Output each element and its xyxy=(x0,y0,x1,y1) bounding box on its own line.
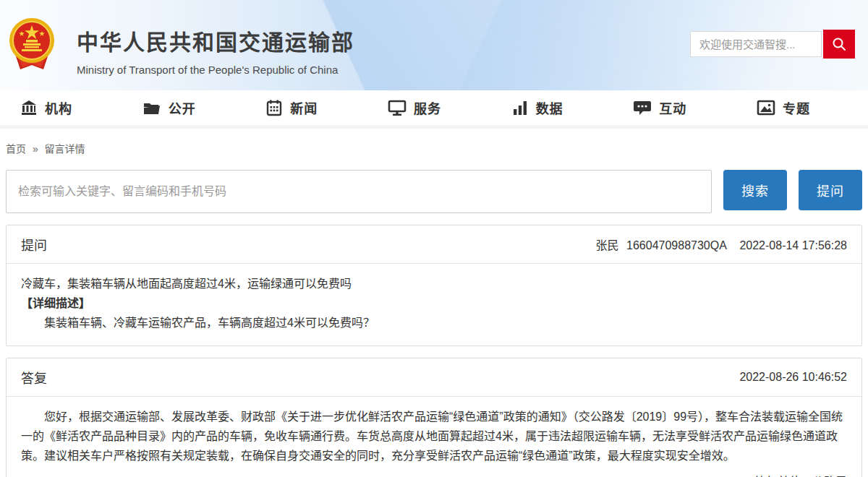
question-timestamp: 2022-08-14 17:56:28 xyxy=(739,239,847,252)
question-title: 提问 xyxy=(21,235,47,254)
nav-label: 服务 xyxy=(414,98,441,117)
nav-item-fuwu[interactable]: 服务 xyxy=(388,98,441,117)
bar-chart-icon xyxy=(511,99,529,116)
page: 中华人民共和国交通运输部 Ministry of Transport of th… xyxy=(0,0,868,477)
question-summary: 冷藏车，集装箱车辆从地面起高度超过4米，运输绿通可以免费吗 xyxy=(21,274,847,293)
nav-item-zhuanti[interactable]: 专题 xyxy=(757,98,810,117)
ask-question-button[interactable]: 提问 xyxy=(799,170,862,210)
breadcrumb: 首页 » 留言详情 xyxy=(6,141,862,155)
search-button[interactable]: 搜索 xyxy=(723,170,787,210)
main-nav: 机构 公开 新闻 xyxy=(0,90,868,129)
site-title: 中华人民共和国交通运输部 xyxy=(77,25,354,56)
question-body: 冷藏车，集装箱车辆从地面起高度超过4米，运输绿通可以免费吗 【详细描述】 集装箱… xyxy=(7,264,861,345)
breadcrumb-separator: » xyxy=(33,143,38,155)
answer-title: 答复 xyxy=(21,368,47,387)
monitor-icon xyxy=(388,99,407,116)
question-detail: 集装箱车辆、冷藏车运输农产品，车辆高度超过4米可以免费吗？ xyxy=(21,313,847,332)
breadcrumb-current: 留言详情 xyxy=(45,143,85,155)
nav-label: 专题 xyxy=(783,98,810,117)
national-emblem-icon xyxy=(9,17,55,72)
answer-timestamp: 2022-08-26 10:46:52 xyxy=(739,371,847,384)
answer-department: 答复单位：公路局 xyxy=(21,472,847,477)
question-code: 1660470988730QA xyxy=(626,239,726,252)
question-meta: 张民 1660470988730QA 2022-08-14 17:56:28 xyxy=(592,236,847,253)
question-author: 张民 xyxy=(596,239,619,252)
answer-card: 答复 2022-08-26 10:46:52 您好，根据交通运输部、发展改革委、… xyxy=(6,358,862,477)
picture-icon xyxy=(757,99,775,116)
folder-icon xyxy=(142,99,161,116)
nav-item-gongkai[interactable]: 公开 xyxy=(142,98,196,117)
nav-item-shuju[interactable]: 数据 xyxy=(511,98,563,117)
smart-search-input[interactable] xyxy=(690,31,822,57)
answer-body-wrap: 您好，根据交通运输部、发展改革委、财政部《关于进一步优化鲜活农产品运输“绿色通道… xyxy=(7,397,861,477)
calendar-icon xyxy=(265,99,283,116)
nav-label: 新闻 xyxy=(290,98,318,117)
nav-label: 互动 xyxy=(659,98,686,117)
smart-search-button[interactable] xyxy=(823,30,855,59)
question-detail-label: 【详细描述】 xyxy=(21,293,847,313)
nav-label: 机构 xyxy=(45,98,72,117)
site-header: 中华人民共和国交通运输部 Ministry of Transport of th… xyxy=(0,0,868,90)
nav-label: 数据 xyxy=(536,98,563,117)
brand-block: 中华人民共和国交通运输部 Ministry of Transport of th… xyxy=(77,25,354,76)
message-search-input[interactable] xyxy=(6,170,712,213)
question-card-header: 提问 张民 1660470988730QA 2022-08-14 17:56:2… xyxy=(7,225,861,264)
smart-search xyxy=(690,30,855,59)
nav-item-hudong[interactable]: 互动 xyxy=(633,98,686,117)
answer-card-header: 答复 2022-08-26 10:46:52 xyxy=(7,358,861,397)
content-area: 首页 » 留言详情 搜索 提问 提问 张民 1660470988730QA 20… xyxy=(0,141,868,477)
nav-item-jigou[interactable]: 机构 xyxy=(20,98,72,117)
nav-label: 公开 xyxy=(169,98,196,117)
nav-item-xinwen[interactable]: 新闻 xyxy=(265,98,318,117)
bank-icon xyxy=(20,99,38,116)
answer-body-text: 您好，根据交通运输部、发展改革委、财政部《关于进一步优化鲜活农产品运输“绿色通道… xyxy=(21,407,847,465)
breadcrumb-home-link[interactable]: 首页 xyxy=(6,143,26,155)
chat-bubble-icon xyxy=(633,99,652,116)
question-card: 提问 张民 1660470988730QA 2022-08-14 17:56:2… xyxy=(6,225,862,346)
search-icon xyxy=(831,36,847,52)
site-subtitle: Ministry of Transport of the People's Re… xyxy=(77,64,354,76)
message-search-row: 搜索 提问 xyxy=(6,170,862,213)
